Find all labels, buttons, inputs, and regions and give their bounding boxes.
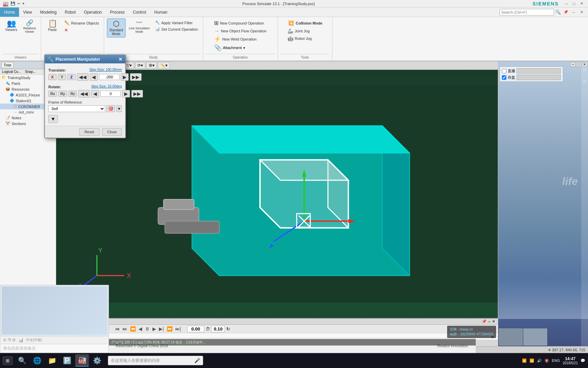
thumb2[interactable] xyxy=(523,328,547,346)
start-button[interactable]: ⊞ xyxy=(3,356,13,365)
rename-objects-button[interactable]: ✏️ Rename Objects xyxy=(62,20,101,26)
taskbar-clock[interactable]: 14:47 2018/5/21 xyxy=(563,356,578,365)
taskbar-powerpoint-icon[interactable]: 🅿️ xyxy=(60,354,74,367)
pm-translate-input[interactable] xyxy=(99,74,119,80)
seq-pause-btn[interactable]: ⏸ xyxy=(144,325,150,332)
seq-last-btn[interactable]: ⏭| xyxy=(175,325,182,332)
measure-btn[interactable]: 📏▾ xyxy=(158,62,170,69)
menu-robot[interactable]: Robot xyxy=(61,7,80,17)
taskbar-edge-icon[interactable]: 🌐 xyxy=(30,354,44,367)
logical-co-tab[interactable]: Logical Co... xyxy=(0,69,23,74)
taskbar-notification-icon[interactable]: 💬 xyxy=(581,358,585,363)
attachment-dropdown[interactable]: ▾ xyxy=(243,46,245,50)
robot-jog-button[interactable]: 🤖 Robot Jog xyxy=(285,35,324,42)
seq-pin[interactable]: 📌 xyxy=(482,319,487,324)
taskbar-ps-icon[interactable]: 🏭 xyxy=(75,354,89,367)
tree-tab[interactable]: Tree xyxy=(1,62,14,68)
seq-prev-btn[interactable]: ⏪ xyxy=(129,325,136,332)
right-close-btn[interactable]: ✕ xyxy=(582,62,587,67)
pm-translate-step[interactable]: Step Size: 100.00mm xyxy=(89,68,122,72)
pm-rot-double-left-btn[interactable]: ◀◀ xyxy=(78,90,90,97)
standard-mode-button[interactable]: ⬡ StandardMode xyxy=(107,18,126,37)
right-min-btn[interactable]: ─ xyxy=(570,62,576,67)
pm-rotate-input[interactable] xyxy=(100,91,121,97)
relations-viewer-button[interactable]: 🔗 RelationsViewer xyxy=(21,18,38,35)
seq-step-fwd-btn[interactable]: ▶| xyxy=(158,325,165,332)
pm-close-icon[interactable]: ✕ xyxy=(118,57,122,62)
pm-close-btn[interactable]: Close xyxy=(102,128,122,136)
panel-min[interactable]: ─ xyxy=(570,9,577,15)
pm-frame-select[interactable]: Self World Parent xyxy=(48,105,105,112)
joint-jog-button[interactable]: 🦾 Joint Jog xyxy=(285,28,324,34)
seq-current-time[interactable] xyxy=(187,326,204,332)
pm-frame-dropdown[interactable]: ▾ xyxy=(116,105,122,112)
menu-process[interactable]: Process xyxy=(106,7,129,17)
seq-minimize[interactable]: ─ xyxy=(488,320,491,324)
set-current-op-button[interactable]: 📊 Set Current Operation xyxy=(153,26,200,32)
pm-ry-btn[interactable]: Ry xyxy=(58,91,67,97)
seq-play-btn[interactable]: ▶ xyxy=(152,325,157,332)
quickaccess-undo[interactable]: ↩ xyxy=(17,1,20,6)
panel-close[interactable]: ✕ xyxy=(578,9,585,15)
quickaccess-save[interactable]: 💾 xyxy=(11,1,15,6)
taskbar-mute-icon[interactable]: 🔇 xyxy=(544,358,549,363)
seq-step-back-btn[interactable]: ◀ xyxy=(138,325,143,332)
pm-frame-pick-btn[interactable]: 🎯 xyxy=(107,105,115,112)
taskbar-network-icon[interactable]: 🔼 xyxy=(522,358,527,363)
broadcast-check[interactable] xyxy=(502,69,506,73)
pm-rot-double-right-btn[interactable]: ▶▶ xyxy=(131,90,143,97)
line-sim-button[interactable]: 〰 Line SimulationMode xyxy=(127,18,152,35)
pm-right-btn[interactable]: ▶ xyxy=(121,73,129,81)
tools-btn[interactable]: ⚙▾ xyxy=(146,62,157,69)
taskbar-vol-icon[interactable]: 🔊 xyxy=(537,358,542,363)
menu-view[interactable]: View xyxy=(19,7,36,17)
pm-rot-right-btn[interactable]: ▶ xyxy=(122,90,130,97)
viewers-button[interactable]: 👥 Viewers xyxy=(3,18,20,33)
right-restore-btn[interactable]: □ xyxy=(576,62,582,67)
search-icon[interactable]: 🔍 xyxy=(555,10,561,15)
pm-rotate-step[interactable]: Step Size: 10.00deg xyxy=(91,85,122,88)
cn-note-bar[interactable]: 单击此处添加备注 xyxy=(0,344,109,353)
placement-dialog-title[interactable]: 🔧 Placement Manipulator ✕ xyxy=(45,55,125,63)
pm-rz-btn[interactable]: Rz xyxy=(68,91,77,97)
seq-next-btn[interactable]: ⏩ xyxy=(166,325,173,332)
new-object-flow-button[interactable]: → New Object Flow Operation xyxy=(212,27,269,35)
pm-double-left-btn[interactable]: ◀◀ xyxy=(77,73,88,81)
menu-operation[interactable]: Operation xyxy=(80,7,106,17)
menu-home[interactable]: Home xyxy=(0,7,19,17)
pm-y-btn[interactable]: Y xyxy=(58,74,66,80)
menu-control[interactable]: Control xyxy=(129,7,150,17)
pm-left-btn[interactable]: ◀ xyxy=(90,73,98,81)
taskbar-settings-icon[interactable]: ⚙️ xyxy=(90,354,104,367)
search-input[interactable] xyxy=(500,9,554,16)
pm-rot-left-btn[interactable]: ◀ xyxy=(91,90,99,97)
pm-rx-btn[interactable]: Rx xyxy=(48,91,57,97)
collision-mode-button[interactable]: 💥 Collision Mode xyxy=(285,19,324,27)
taskbar-lang[interactable]: ENG xyxy=(552,358,560,363)
seq-end-btn[interactable]: ⏭ xyxy=(122,325,128,332)
snap-tab[interactable]: Snap... xyxy=(23,69,38,74)
delete-button[interactable]: ✕ xyxy=(62,27,101,33)
cn-mic-icon[interactable]: 🎤 xyxy=(194,358,200,363)
menu-human[interactable]: Human xyxy=(150,7,172,17)
cn-search-bar[interactable]: 在这里输入你要搜索的内容 🎤 xyxy=(108,356,203,365)
minimize-button[interactable]: ─ xyxy=(563,1,570,7)
taskbar-explorer-icon[interactable]: 📁 xyxy=(45,354,59,367)
pm-reset-btn[interactable]: Reset xyxy=(79,128,99,136)
paste-button[interactable]: 📋 Paste xyxy=(44,18,61,33)
pm-z-btn[interactable]: Z xyxy=(67,74,76,80)
taskbar-search-icon[interactable]: 🔍 xyxy=(15,354,29,367)
pm-move-to-btn[interactable]: ▼ xyxy=(48,115,58,123)
restore-button[interactable]: □ xyxy=(570,1,578,7)
seq-step-time[interactable] xyxy=(211,326,225,332)
new-weld-op-button[interactable]: ⚡ New Weld Operation xyxy=(212,35,269,43)
thumb1[interactable] xyxy=(499,328,523,346)
close-button[interactable]: ✕ xyxy=(578,1,585,7)
seq-start-btn[interactable]: ⏮ xyxy=(114,325,120,332)
snap-btn[interactable]: ⟳▾ xyxy=(135,62,145,69)
panel-pin[interactable]: 📌 xyxy=(562,9,570,15)
new-compound-op-button[interactable]: ⊞ New Compound Operation xyxy=(212,19,269,27)
apply-variant-button[interactable]: 🔧 Apply Variant Filter xyxy=(153,20,200,26)
pm-double-right-btn[interactable]: ▶▶ xyxy=(130,73,142,81)
pm-x-btn[interactable]: X xyxy=(48,74,56,80)
